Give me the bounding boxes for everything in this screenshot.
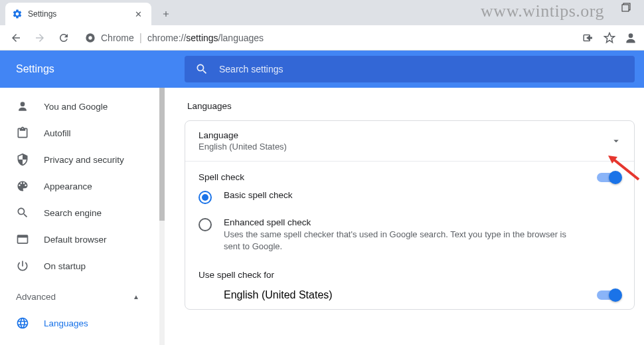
sidebar-item-label: On startup: [44, 261, 86, 271]
settings-header: Settings: [0, 51, 644, 88]
spell-lang-row: English (United States): [185, 281, 634, 309]
radio-basic[interactable]: Basic spell check: [185, 183, 634, 211]
page-heading: Languages: [185, 101, 635, 111]
url-path: chrome://settings/languages: [147, 33, 264, 43]
use-spell-check-for: Use spell check for: [185, 259, 634, 281]
sidebar: You and Google Autofill Privacy and secu…: [0, 88, 159, 345]
search-box[interactable]: [185, 56, 635, 82]
scrollbar[interactable]: [159, 88, 165, 345]
sidebar-item-you-and-google[interactable]: You and Google: [0, 93, 159, 120]
svg-rect-8: [18, 235, 28, 237]
spell-check-title: Spell check: [199, 172, 244, 182]
sidebar-item-label: You and Google: [44, 102, 108, 112]
share-icon[interactable]: [582, 31, 595, 45]
chevron-down-icon[interactable]: [610, 135, 622, 147]
bookmark-icon[interactable]: [603, 31, 616, 45]
sidebar-item-appearance[interactable]: Appearance: [0, 173, 159, 199]
tab-strip: Settings ✕: [0, 0, 644, 25]
address-bar: Chrome | chrome://settings/languages: [0, 25, 644, 51]
sidebar-item-autofill[interactable]: Autofill: [0, 120, 159, 146]
spell-lang-toggle[interactable]: [597, 290, 621, 300]
language-title: Language: [199, 130, 621, 140]
sidebar-item-search-engine[interactable]: Search engine: [0, 199, 159, 226]
chrome-icon: [85, 33, 96, 43]
window-controls: [621, 3, 631, 12]
svg-point-3: [88, 36, 92, 39]
svg-rect-1: [622, 5, 629, 11]
language-row[interactable]: Language English (United States): [185, 121, 634, 161]
sidebar-item-label: Search engine: [44, 208, 102, 218]
search-icon: [16, 206, 29, 219]
tab-title: Settings: [28, 9, 127, 19]
sidebar-item-on-startup[interactable]: On startup: [0, 253, 159, 279]
radio-input[interactable]: [199, 218, 212, 231]
content-area: Languages Language English (United State…: [165, 88, 644, 345]
spell-check-row: Spell check: [185, 162, 634, 183]
sidebar-item-label: Privacy and security: [44, 155, 124, 165]
power-icon: [16, 259, 29, 273]
back-button[interactable]: [7, 29, 25, 47]
person-icon: [16, 100, 29, 113]
url-field[interactable]: Chrome | chrome://settings/languages: [78, 32, 576, 44]
palette-icon: [16, 179, 29, 193]
languages-card: Language English (United States) Spell c…: [185, 120, 635, 310]
sidebar-item-languages[interactable]: Languages: [0, 310, 159, 336]
browser-tab[interactable]: Settings ✕: [5, 3, 151, 25]
radio-enhanced[interactable]: Enhanced spell check Uses the same spell…: [185, 211, 634, 259]
sidebar-item-label: Autofill: [44, 128, 71, 138]
close-icon[interactable]: ✕: [132, 9, 145, 19]
sidebar-item-label: Languages: [44, 318, 88, 328]
radio-label: Enhanced spell check: [224, 217, 569, 227]
gear-icon: [12, 9, 23, 19]
advanced-label: Advanced: [16, 292, 56, 302]
browser-icon: [16, 233, 29, 246]
svg-point-5: [629, 33, 633, 38]
sidebar-item-label: Appearance: [44, 181, 92, 191]
svg-point-6: [21, 102, 25, 106]
sidebar-item-label: Default browser: [44, 235, 107, 245]
language-value: English (United States): [199, 142, 621, 152]
search-icon: [195, 62, 208, 76]
profile-icon[interactable]: [624, 31, 637, 45]
radio-label: Basic spell check: [224, 190, 293, 200]
settings-title: Settings: [0, 63, 185, 75]
search-input[interactable]: [219, 64, 624, 74]
forward-button[interactable]: [31, 29, 49, 47]
spell-check-toggle[interactable]: [597, 173, 621, 182]
radio-input[interactable]: [199, 191, 212, 204]
sidebar-item-privacy[interactable]: Privacy and security: [0, 146, 159, 173]
radio-desc: Uses the same spell checker that's used …: [224, 229, 569, 253]
advanced-toggle[interactable]: Advanced ▲: [0, 283, 159, 310]
globe-icon: [16, 316, 29, 330]
sidebar-item-default-browser[interactable]: Default browser: [0, 226, 159, 253]
spell-lang-name: English (United States): [224, 289, 333, 301]
chevron-up-icon: ▲: [133, 293, 139, 300]
shield-icon: [16, 153, 29, 166]
url-scheme: Chrome: [101, 33, 134, 43]
clipboard-icon: [16, 126, 29, 140]
restore-icon[interactable]: [621, 3, 631, 12]
reload-button[interactable]: [54, 29, 73, 47]
new-tab-button[interactable]: [157, 5, 175, 23]
